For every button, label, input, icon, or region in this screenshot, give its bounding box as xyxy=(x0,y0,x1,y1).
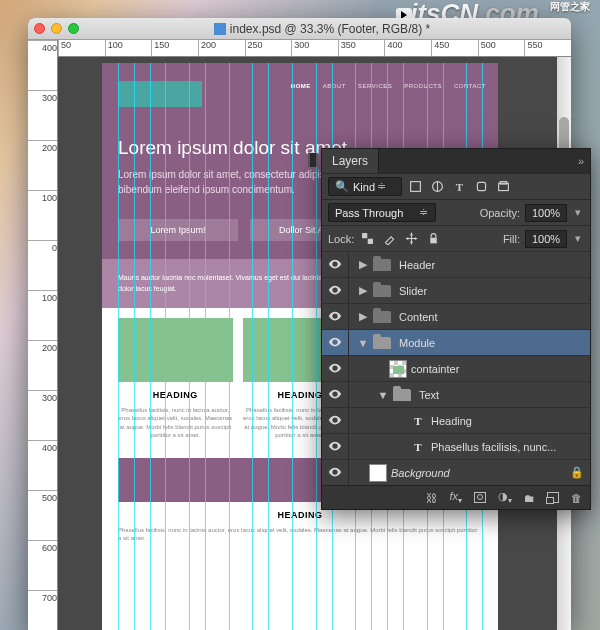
vertical-ruler[interactable]: 4003002001000100200300400500600700800900… xyxy=(28,40,58,630)
disclosure-icon[interactable]: ▼ xyxy=(357,337,369,349)
visibility-toggle[interactable] xyxy=(322,387,348,403)
svg-rect-2 xyxy=(477,182,485,190)
lock-position-icon[interactable] xyxy=(403,230,420,247)
new-adjust-icon[interactable]: ◑▾ xyxy=(498,490,512,505)
titlebar[interactable]: index.psd @ 33.3% (Footer, RGB/8) * xyxy=(28,18,571,40)
link-layers-icon[interactable]: ⛓ xyxy=(426,492,437,504)
fill-label: Fill: xyxy=(503,233,520,245)
layer-name[interactable]: Background xyxy=(391,467,570,479)
layer-name[interactable]: Slider xyxy=(399,285,570,297)
logo-placeholder xyxy=(118,81,202,107)
document-title: index.psd @ 33.3% (Footer, RGB/8) * xyxy=(79,22,565,36)
opacity-flyout-icon[interactable]: ▾ xyxy=(572,206,584,219)
layers-panel[interactable]: Layers » 🔍Kind≑ T Pass Through≑ Opacity:… xyxy=(321,148,591,510)
filter-adjust-icon[interactable] xyxy=(429,178,446,195)
layer-name[interactable]: Module xyxy=(399,337,570,349)
visibility-toggle[interactable] xyxy=(322,439,348,455)
layer-row[interactable]: ▶Content xyxy=(322,303,590,329)
visibility-toggle[interactable] xyxy=(322,413,348,429)
delete-layer-icon[interactable]: 🗑 xyxy=(571,492,582,504)
disclosure-icon[interactable]: ▶ xyxy=(357,284,369,297)
new-layer-icon[interactable] xyxy=(547,492,559,503)
filter-text-icon[interactable]: T xyxy=(451,178,468,195)
text-layer-icon: T xyxy=(409,415,427,427)
filter-row: 🔍Kind≑ T xyxy=(322,173,590,199)
module-heading: HEADING xyxy=(118,510,482,520)
folder-icon xyxy=(373,310,391,324)
folder-icon xyxy=(373,336,391,350)
nav-item: SERVICES xyxy=(358,83,392,89)
horizontal-ruler[interactable]: 50100150200250300350400450500550 xyxy=(58,40,571,57)
module-text: Phasellus facilisis, nunc in lacinia auc… xyxy=(118,406,233,440)
layer-name[interactable]: Header xyxy=(399,259,570,271)
layer-name[interactable]: Content xyxy=(399,311,570,323)
nav-menu: HOMEABOUTSERVICESPRODUCTSCONTACT xyxy=(291,83,486,89)
layers-list: ▶Header▶Slider▶Content▼Modulecontainter▼… xyxy=(322,251,590,485)
filter-kind-select[interactable]: 🔍Kind≑ xyxy=(328,177,402,196)
layer-row[interactable]: TPhasellus facilisis, nunc... xyxy=(322,433,590,459)
layer-row[interactable]: ▼Module xyxy=(322,329,590,355)
lock-indicator-icon: 🔒 xyxy=(570,466,584,479)
filter-shape-icon[interactable] xyxy=(473,178,490,195)
layer-row[interactable]: ▼Text xyxy=(322,381,590,407)
layer-name[interactable]: containter xyxy=(411,363,570,375)
svg-rect-6 xyxy=(369,239,373,243)
minimize-window-button[interactable] xyxy=(51,23,62,34)
layer-fx-icon[interactable]: fx▾ xyxy=(449,490,462,505)
svg-rect-7 xyxy=(431,238,438,244)
fill-flyout-icon[interactable]: ▾ xyxy=(572,232,584,245)
nav-item: ABOUT xyxy=(323,83,346,89)
disclosure-icon[interactable]: ▼ xyxy=(377,389,389,401)
blend-row: Pass Through≑ Opacity: 100% ▾ xyxy=(322,199,590,225)
layer-row[interactable]: Background🔒 xyxy=(322,459,590,485)
visibility-toggle[interactable] xyxy=(322,335,348,351)
folder-icon xyxy=(373,258,391,272)
folder-icon xyxy=(373,284,391,298)
nav-item: CONTACT xyxy=(454,83,486,89)
module-thumb xyxy=(118,318,233,382)
layer-row[interactable]: THeading xyxy=(322,407,590,433)
zoom-window-button[interactable] xyxy=(68,23,79,34)
tab-layers[interactable]: Layers xyxy=(322,149,379,173)
fill-value[interactable]: 100% xyxy=(525,230,567,248)
nav-item: PRODUCTS xyxy=(404,83,442,89)
layer-thumb xyxy=(369,464,387,482)
visibility-toggle[interactable] xyxy=(322,361,348,377)
cta-button-primary: Lorem Ipsum! xyxy=(118,219,238,241)
disclosure-icon[interactable]: ▶ xyxy=(357,310,369,323)
lock-transparent-icon[interactable] xyxy=(359,230,376,247)
opacity-value[interactable]: 100% xyxy=(525,204,567,222)
visibility-toggle[interactable] xyxy=(322,465,348,481)
panel-dock-handle[interactable] xyxy=(308,153,318,167)
close-window-button[interactable] xyxy=(34,23,45,34)
filter-smart-icon[interactable] xyxy=(495,178,512,195)
lock-paint-icon[interactable] xyxy=(381,230,398,247)
add-mask-icon[interactable] xyxy=(474,492,486,503)
layer-name[interactable]: Heading xyxy=(431,415,570,427)
lock-row: Lock: Fill: 100% ▾ xyxy=(322,225,590,251)
visibility-toggle[interactable] xyxy=(322,309,348,325)
lock-all-icon[interactable] xyxy=(425,230,442,247)
nav-item: HOME xyxy=(291,83,311,89)
panel-tabs: Layers » xyxy=(322,149,590,173)
new-group-icon[interactable]: 🖿 xyxy=(524,492,535,504)
lower-section: HEADING Phasellus facilisis, nunc in lac… xyxy=(102,510,498,543)
folder-icon xyxy=(393,388,411,402)
layer-row[interactable]: containter xyxy=(322,355,590,381)
blend-mode-select[interactable]: Pass Through≑ xyxy=(328,203,436,222)
layer-row[interactable]: ▶Header xyxy=(322,251,590,277)
visibility-toggle[interactable] xyxy=(322,283,348,299)
layer-row[interactable]: ▶Slider xyxy=(322,277,590,303)
lock-label: Lock: xyxy=(328,233,354,245)
module-text: Phasellus facilisis, nunc in lacinia auc… xyxy=(118,526,482,543)
layer-name[interactable]: Phasellus facilisis, nunc... xyxy=(431,441,570,453)
layer-thumb xyxy=(389,360,407,378)
opacity-label: Opacity: xyxy=(480,207,520,219)
filter-pixel-icon[interactable] xyxy=(407,178,424,195)
disclosure-icon[interactable]: ▶ xyxy=(357,258,369,271)
visibility-toggle[interactable] xyxy=(322,257,348,273)
panel-collapse-icon[interactable]: » xyxy=(578,155,584,167)
layer-name[interactable]: Text xyxy=(419,389,570,401)
svg-rect-5 xyxy=(363,234,367,238)
module-heading: HEADING xyxy=(118,390,233,400)
